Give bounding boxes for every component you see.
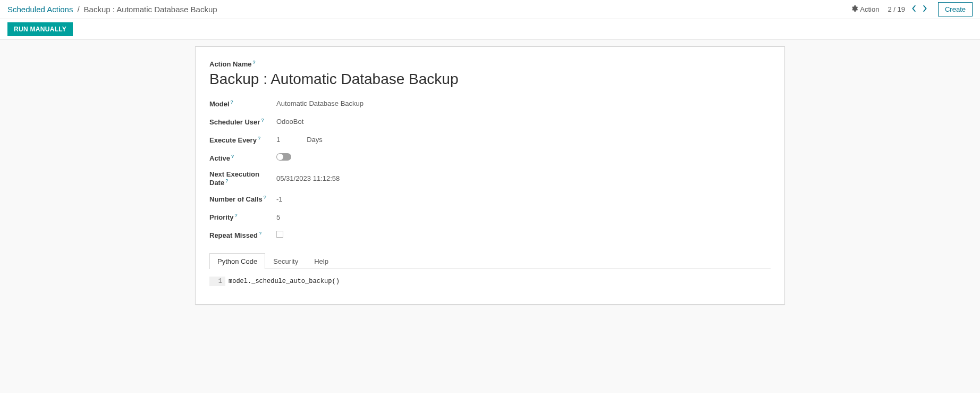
next-execution-label-text: Next Execution Date — [209, 170, 259, 187]
execute-every-label-text: Execute Every — [209, 136, 257, 144]
create-button[interactable]: Create — [938, 2, 973, 16]
help-icon[interactable]: ? — [231, 154, 234, 159]
scheduler-user-value: OdooBot — [276, 118, 771, 126]
next-execution-label: Next Execution Date? — [209, 170, 259, 187]
tab-security[interactable]: Security — [265, 253, 306, 269]
pager-prev-button[interactable] — [909, 4, 919, 15]
repeat-missed-label-text: Repeat Missed — [209, 231, 258, 239]
gear-icon — [851, 5, 858, 13]
help-icon[interactable]: ? — [261, 118, 264, 123]
code-line: model._schedule_auto_backup() — [225, 277, 343, 286]
interval-unit: Days — [307, 136, 323, 144]
active-label: Active? — [209, 154, 234, 162]
repeat-missed-label: Repeat Missed? — [209, 231, 261, 239]
control-panel: Scheduled Actions / Backup : Automatic D… — [0, 0, 980, 19]
execute-every-label: Execute Every? — [209, 136, 260, 144]
python-code-editor[interactable]: 1 model._schedule_auto_backup() — [209, 277, 771, 286]
help-icon[interactable]: ? — [259, 231, 261, 236]
action-name-label: Action Name? — [209, 60, 771, 68]
active-toggle[interactable] — [276, 153, 291, 161]
priority-label: Priority? — [209, 213, 238, 221]
code-gutter: 1 — [209, 277, 225, 286]
active-label-text: Active — [209, 154, 230, 162]
model-label-text: Model — [209, 100, 230, 108]
help-icon[interactable]: ? — [264, 195, 266, 200]
priority-value: 5 — [276, 213, 771, 221]
page-title: Backup : Automatic Database Backup — [209, 70, 771, 88]
chevron-left-icon — [911, 5, 917, 14]
tab-python-code[interactable]: Python Code — [209, 253, 265, 269]
form-sheet: Action Name? Backup : Automatic Database… — [195, 46, 785, 305]
breadcrumb-current: Backup : Automatic Database Backup — [84, 5, 217, 14]
pager-position[interactable]: 2 / 19 — [888, 5, 905, 13]
help-icon[interactable]: ? — [258, 136, 260, 141]
next-execution-value: 05/31/2023 11:12:58 — [276, 174, 771, 182]
pager-next-button[interactable] — [920, 4, 930, 15]
number-of-calls-label: Number of Calls? — [209, 195, 266, 203]
action-dropdown[interactable]: Action — [851, 5, 879, 13]
statusbar: RUN MANUALLY — [0, 19, 980, 40]
scheduler-user-label-text: Scheduler User — [209, 118, 260, 126]
chevron-right-icon — [922, 5, 927, 14]
priority-label-text: Priority — [209, 213, 234, 221]
breadcrumb: Scheduled Actions / Backup : Automatic D… — [7, 5, 217, 14]
action-dropdown-label: Action — [860, 5, 879, 13]
pager: 2 / 19 — [888, 4, 930, 15]
help-icon[interactable]: ? — [231, 99, 233, 105]
breadcrumb-root-link[interactable]: Scheduled Actions — [7, 5, 73, 14]
tab-help[interactable]: Help — [306, 253, 336, 269]
top-right-controls: Action 2 / 19 Create — [851, 2, 973, 16]
number-of-calls-value: -1 — [276, 195, 771, 203]
action-name-label-text: Action Name — [209, 60, 251, 68]
run-manually-button[interactable]: RUN MANUALLY — [7, 22, 73, 36]
help-icon[interactable]: ? — [235, 213, 238, 218]
repeat-missed-checkbox[interactable] — [276, 231, 283, 238]
scheduler-user-label: Scheduler User? — [209, 118, 264, 126]
notebook-tabs: Python Code Security Help — [209, 253, 771, 269]
help-icon[interactable]: ? — [252, 60, 255, 65]
model-value: Automatic Database Backup — [276, 99, 771, 107]
model-label: Model? — [209, 100, 233, 108]
help-icon[interactable]: ? — [225, 178, 228, 183]
execute-every-value: 1 Days — [276, 136, 771, 144]
number-of-calls-label-text: Number of Calls — [209, 195, 263, 203]
interval-number: 1 — [276, 136, 280, 144]
breadcrumb-separator: / — [77, 5, 79, 14]
form-view: Action Name? Backup : Automatic Database… — [0, 40, 980, 326]
